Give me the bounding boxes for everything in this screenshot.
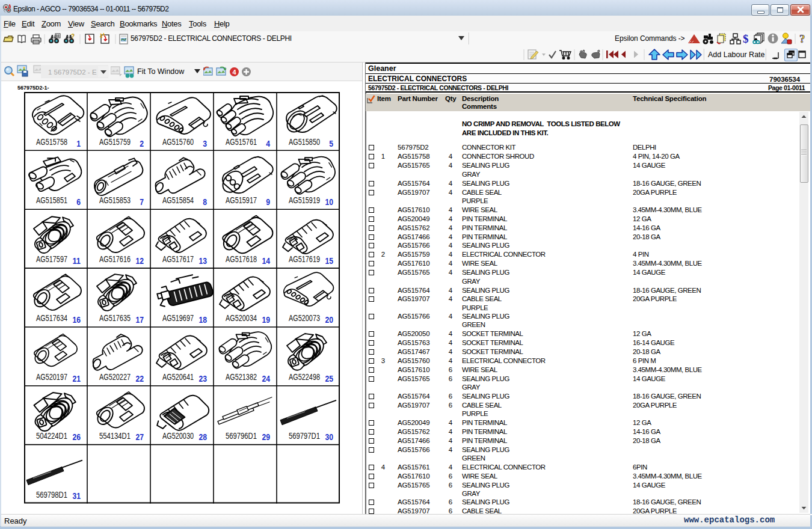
svg-text:26: 26 bbox=[72, 432, 81, 442]
svg-text:554134D1: 554134D1 bbox=[99, 430, 131, 441]
svg-text:30: 30 bbox=[325, 432, 333, 442]
svg-text:AG515758: AG515758 bbox=[36, 136, 67, 147]
svg-text:6: 6 bbox=[76, 197, 81, 207]
svg-text:AG517616: AG517616 bbox=[99, 254, 131, 264]
svg-text:AG517634: AG517634 bbox=[36, 313, 67, 323]
svg-text:AG517618: AG517618 bbox=[226, 254, 257, 264]
svg-text:12: 12 bbox=[135, 255, 144, 266]
svg-text:$: $ bbox=[743, 32, 749, 45]
svg-text:20: 20 bbox=[325, 314, 333, 325]
svg-text:27: 27 bbox=[135, 432, 144, 442]
svg-text:AG515917: AG515917 bbox=[226, 195, 257, 205]
svg-text:19: 19 bbox=[262, 314, 270, 325]
svg-text:21: 21 bbox=[72, 373, 81, 384]
svg-text:11: 11 bbox=[72, 255, 81, 266]
svg-text:25: 25 bbox=[325, 373, 333, 384]
svg-text:31: 31 bbox=[72, 491, 81, 501]
svg-text:AG515851: AG515851 bbox=[36, 195, 67, 205]
svg-text:AG517619: AG517619 bbox=[289, 254, 320, 264]
svg-text:AG520073: AG520073 bbox=[289, 313, 320, 323]
svg-text:569798D1: 569798D1 bbox=[36, 489, 67, 500]
svg-text:3: 3 bbox=[203, 138, 207, 148]
svg-text:28: 28 bbox=[198, 432, 207, 442]
svg-text:4: 4 bbox=[266, 138, 270, 148]
svg-text:AG521382: AG521382 bbox=[226, 372, 257, 382]
svg-text:AG520197: AG520197 bbox=[36, 372, 67, 382]
svg-text:24: 24 bbox=[262, 373, 270, 384]
svg-text:569796D1: 569796D1 bbox=[226, 430, 257, 441]
svg-text:22: 22 bbox=[135, 373, 144, 384]
svg-text:AG515759: AG515759 bbox=[99, 136, 131, 147]
svg-text:AG515919: AG515919 bbox=[289, 195, 320, 205]
svg-text:9: 9 bbox=[266, 197, 270, 207]
svg-text:14: 14 bbox=[262, 255, 270, 266]
svg-text:504224D1: 504224D1 bbox=[36, 430, 67, 441]
svg-text:AG522498: AG522498 bbox=[289, 372, 320, 382]
svg-text:AG519697: AG519697 bbox=[162, 313, 194, 323]
svg-text:16: 16 bbox=[72, 314, 81, 325]
svg-text:AG515853: AG515853 bbox=[99, 195, 131, 205]
svg-text:?: ? bbox=[799, 32, 805, 45]
svg-text:5: 5 bbox=[329, 138, 333, 148]
svg-text:AG520034: AG520034 bbox=[226, 313, 257, 323]
svg-text:17: 17 bbox=[135, 314, 144, 325]
svg-text:AG520030: AG520030 bbox=[162, 430, 194, 441]
svg-text:1: 1 bbox=[76, 138, 81, 148]
svg-text:AG515850: AG515850 bbox=[289, 136, 320, 147]
svg-text:AG517617: AG517617 bbox=[162, 254, 194, 264]
svg-text:AG515761: AG515761 bbox=[226, 136, 257, 147]
svg-text:8: 8 bbox=[203, 197, 207, 207]
svg-text:13: 13 bbox=[198, 255, 207, 266]
svg-text:2: 2 bbox=[140, 138, 144, 148]
svg-text:AG515760: AG515760 bbox=[162, 136, 194, 147]
svg-text:18: 18 bbox=[198, 314, 207, 325]
svg-text:AG520641: AG520641 bbox=[162, 372, 194, 382]
svg-text:4: 4 bbox=[233, 69, 237, 76]
svg-text:10: 10 bbox=[325, 197, 333, 207]
svg-text:?: ? bbox=[71, 33, 75, 40]
svg-text:15: 15 bbox=[325, 255, 333, 266]
svg-text:569797D1: 569797D1 bbox=[289, 430, 320, 441]
svg-text:23: 23 bbox=[198, 373, 207, 384]
svg-text:AG520227: AG520227 bbox=[99, 372, 131, 382]
svg-text:AG517635: AG517635 bbox=[99, 313, 131, 323]
svg-text:29: 29 bbox=[262, 432, 270, 442]
svg-text:AG515854: AG515854 bbox=[162, 195, 194, 205]
svg-text:7: 7 bbox=[140, 197, 144, 207]
svg-text:AG517597: AG517597 bbox=[36, 254, 67, 264]
